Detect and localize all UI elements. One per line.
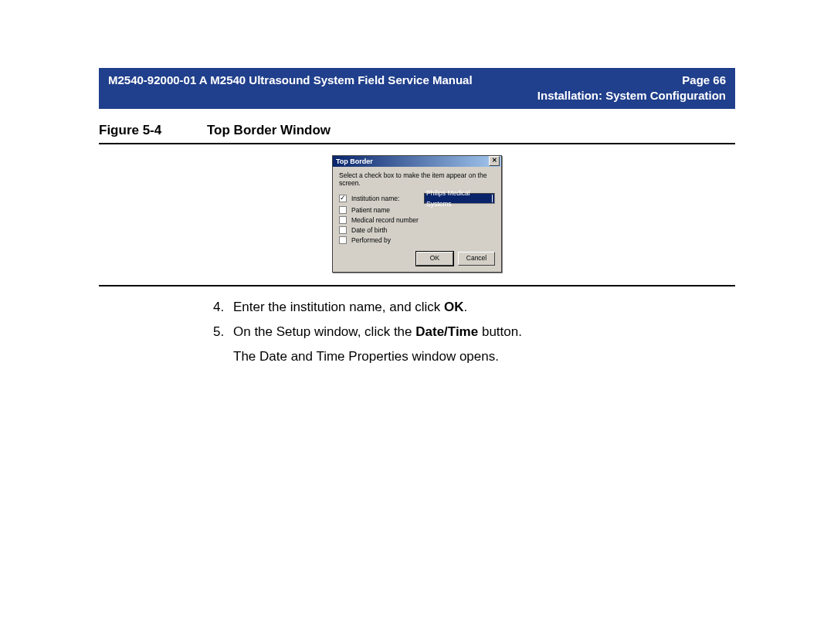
label-mrn: Medical record number: [351, 216, 419, 224]
header-row-2: Installation: System Configuration: [108, 88, 726, 103]
dialog-wrap: Top Border ✕ Select a check box to make …: [99, 144, 735, 280]
step-5-number: 5.: [213, 322, 233, 342]
row-dob: Date of birth: [339, 226, 495, 234]
page-number: Page 66: [682, 73, 726, 88]
step-5-text: On the Setup window, click the Date/Time…: [233, 322, 522, 342]
dialog-buttons: OK Cancel: [339, 252, 495, 266]
label-performedby: Performed by: [351, 236, 391, 244]
page: M2540-92000-01 A M2540 Ultrasound System…: [0, 0, 834, 644]
steps: 4. Enter the institution name, and click…: [213, 297, 735, 368]
institution-name-value: Philips Medical Systems: [426, 188, 490, 209]
close-icon[interactable]: ✕: [489, 156, 500, 166]
institution-name-field[interactable]: Philips Medical Systems: [424, 193, 495, 204]
row-institution: Institution name: Philips Medical System…: [339, 193, 495, 204]
step-5-a: On the Setup window, click the: [233, 324, 415, 339]
label-patient: Patient name: [351, 206, 390, 214]
label-institution: Institution name:: [351, 195, 399, 202]
dialog-title-text: Top Border: [336, 158, 373, 165]
step-4-bold: OK: [444, 300, 464, 314]
top-border-dialog: Top Border ✕ Select a check box to make …: [332, 155, 502, 273]
dialog-instruction: Select a check box to make the item appe…: [339, 171, 495, 187]
row-performedby: Performed by: [339, 236, 495, 244]
checkbox-performedby[interactable]: [339, 236, 347, 244]
section-title: Installation: System Configuration: [537, 89, 726, 102]
ok-button[interactable]: OK: [416, 252, 453, 266]
divider: [99, 285, 735, 286]
header-row-1: M2540-92000-01 A M2540 Ultrasound System…: [108, 73, 726, 88]
figure-label: Figure 5-4: [99, 123, 207, 138]
dialog-body: Select a check box to make the item appe…: [333, 167, 501, 272]
step-5: 5. On the Setup window, click the Date/T…: [213, 322, 735, 342]
dialog-titlebar[interactable]: Top Border ✕: [333, 156, 501, 167]
text-caret-icon: [492, 195, 493, 202]
doc-title: M2540-92000-01 A M2540 Ultrasound System…: [108, 73, 473, 88]
step-5-sub: The Date and Time Properties window open…: [233, 347, 735, 367]
step-4-c: .: [464, 300, 468, 314]
header-bar: M2540-92000-01 A M2540 Ultrasound System…: [99, 68, 735, 109]
checkbox-mrn[interactable]: [339, 216, 347, 224]
step-4: 4. Enter the institution name, and click…: [213, 297, 735, 317]
step-4-text: Enter the institution name, and click OK…: [233, 297, 467, 317]
figure-title: Top Border Window: [207, 123, 331, 138]
cancel-button[interactable]: Cancel: [458, 252, 495, 266]
row-mrn: Medical record number: [339, 216, 495, 224]
checkbox-dob[interactable]: [339, 226, 347, 234]
figure-heading: Figure 5-4 Top Border Window: [99, 123, 735, 138]
label-dob: Date of birth: [351, 226, 387, 234]
step-4-a: Enter the institution name, and click: [233, 300, 444, 314]
step-5-bold: Date/Time: [415, 324, 478, 339]
step-5-c: button.: [478, 324, 522, 339]
step-4-number: 4.: [213, 297, 233, 317]
checkbox-institution[interactable]: [339, 195, 347, 202]
checkbox-patient[interactable]: [339, 206, 347, 214]
